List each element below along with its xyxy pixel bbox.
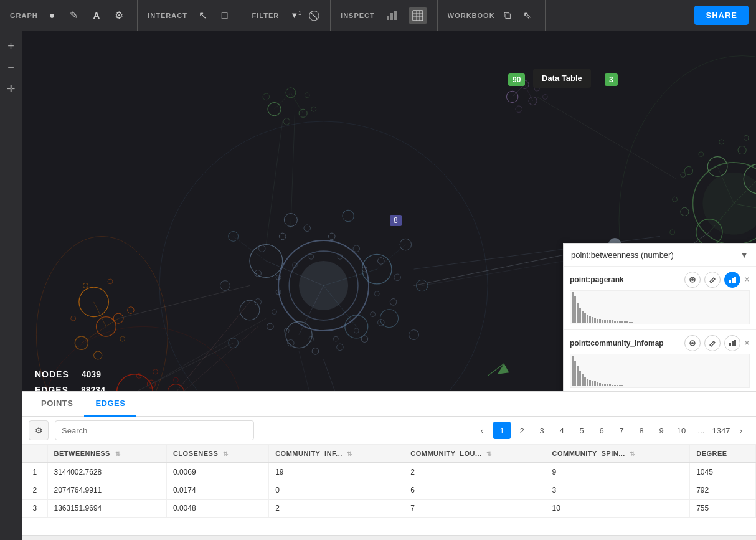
cell-community-lou: 6 xyxy=(404,481,546,500)
funnel-icon: ▼1 xyxy=(290,10,301,20)
tabs-row: POINTS EDGES xyxy=(22,392,756,417)
inspect-label: INSPECT xyxy=(341,12,375,19)
table-search-input[interactable] xyxy=(55,420,254,440)
nodes-label: NODES xyxy=(35,367,69,382)
cell-community-lou: 2 xyxy=(404,463,546,481)
graph-label: GRAPH xyxy=(10,12,38,19)
move-btn[interactable]: ✛ xyxy=(2,80,20,97)
community-title: point:community_infomap xyxy=(570,339,681,348)
pen-icon-btn[interactable]: ✎ xyxy=(66,7,82,24)
row-num: 1 xyxy=(22,463,47,481)
page-btn-8[interactable]: 8 xyxy=(633,422,650,439)
interact-group: INTERACT ↖ □ xyxy=(138,0,242,31)
inspect-group: INSPECT xyxy=(331,0,438,31)
th-community-lou[interactable]: COMMUNITY_LOU... ⇅ xyxy=(404,445,546,463)
main-area: + − ✛ xyxy=(0,31,756,540)
text-icon-btn[interactable]: A xyxy=(89,7,103,23)
eye-icon-btn-2[interactable] xyxy=(684,335,701,351)
zoom-out-btn[interactable]: − xyxy=(2,59,20,76)
left-sidebar: + − ✛ xyxy=(0,31,22,540)
svg-rect-202 xyxy=(734,340,736,346)
bar-chart-btn-2[interactable] xyxy=(724,335,740,351)
betweenness-header-text: BETWEENNESS xyxy=(54,450,110,457)
cursor-icon: ↖ xyxy=(199,9,207,21)
histogram-bar xyxy=(574,296,576,323)
external-link-icon: ⧉ xyxy=(504,10,511,21)
page-btn-4[interactable]: 4 xyxy=(553,422,570,439)
circle-icon-btn[interactable]: ● xyxy=(45,7,59,24)
page-btn-2[interactable]: 2 xyxy=(513,422,531,439)
cell-degree: 755 xyxy=(690,500,756,518)
degree-header-text: DEGREE xyxy=(696,450,727,457)
histogram-bar xyxy=(624,386,626,386)
page-btn-9[interactable]: 9 xyxy=(653,422,670,439)
cell-closeness: 0.0069 xyxy=(166,463,268,481)
inspect-dropdown[interactable]: point:betweenness (number) ▼ xyxy=(564,244,756,267)
histogram-bar xyxy=(597,382,598,386)
zoom-in-btn[interactable]: + xyxy=(2,37,20,55)
inspect-row-community: point:community_infomap × xyxy=(564,330,756,394)
pen-icon-2 xyxy=(709,339,716,347)
filter-badge: 1 xyxy=(298,10,301,16)
badge-3: 3 xyxy=(605,73,618,86)
inspect-row-pagerank: point:pagerank × xyxy=(564,267,756,330)
close-btn-2[interactable]: × xyxy=(744,338,750,349)
svg-point-194 xyxy=(691,278,694,281)
histogram-bar xyxy=(599,383,601,386)
circle-icon: ● xyxy=(49,10,55,21)
settings-icon-btn[interactable]: ⚙ xyxy=(111,7,127,24)
page-btn-3[interactable]: 3 xyxy=(533,422,550,439)
page-btn-1[interactable]: 1 xyxy=(493,422,511,439)
cursor-icon-btn[interactable]: ↖ xyxy=(195,7,210,24)
eye-icon-btn-1[interactable] xyxy=(684,272,701,288)
pagination: ‹ 1 2 3 4 5 6 7 8 9 10 ... 1347 › xyxy=(473,422,750,439)
expand-btn[interactable]: ⇖ xyxy=(519,7,535,24)
histogram-bar xyxy=(612,385,613,386)
bar-chart-icon-btn[interactable] xyxy=(382,7,401,24)
tab-points[interactable]: POINTS xyxy=(30,392,84,417)
bottom-panel: POINTS EDGES ⚙ ‹ 1 2 3 4 5 6 7 8 xyxy=(22,391,756,540)
th-closeness[interactable]: CLOSENESS ⇅ xyxy=(166,445,268,463)
close-btn-1[interactable]: × xyxy=(744,274,750,285)
svg-rect-195 xyxy=(729,280,731,283)
pen-icon: ✎ xyxy=(70,9,78,21)
chevron-down-icon[interactable]: ▼ xyxy=(740,250,749,260)
external-link-btn[interactable]: ⧉ xyxy=(500,7,514,24)
histogram-bar xyxy=(587,379,588,386)
gear-icon-table: ⚙ xyxy=(35,425,43,435)
tab-edges[interactable]: EDGES xyxy=(84,392,136,417)
share-button[interactable]: SHARE xyxy=(694,6,749,25)
histogram-bar xyxy=(602,384,603,386)
th-community-spin[interactable]: COMMUNITY_SPIN... ⇅ xyxy=(546,445,690,463)
filter-icon-btn[interactable]: ▼1 xyxy=(286,7,305,22)
page-btn-last[interactable]: 1347 xyxy=(712,422,730,439)
histogram-bar xyxy=(604,384,606,386)
page-btn-7[interactable]: 7 xyxy=(613,422,630,439)
histogram-bar xyxy=(629,322,631,323)
histogram-bar xyxy=(614,385,616,386)
inspect-row-header-community: point:community_infomap × xyxy=(570,335,750,351)
svg-rect-0 xyxy=(387,16,389,20)
clear-filter-btn[interactable]: ⃠ xyxy=(313,7,320,24)
table-settings-btn[interactable]: ⚙ xyxy=(29,420,49,440)
pen-icon-btn-1[interactable] xyxy=(704,272,721,288)
page-btn-6[interactable]: 6 xyxy=(593,422,610,439)
table-icon-btn[interactable] xyxy=(409,7,427,24)
square-icon-btn[interactable]: □ xyxy=(218,7,232,24)
pen-icon-btn-2[interactable] xyxy=(704,335,721,351)
prev-page-btn[interactable]: ‹ xyxy=(473,422,491,439)
graph-canvas[interactable]: NODES 4039 EDGES 88234 HIDE STANDALONE N… xyxy=(22,31,756,540)
next-page-btn[interactable]: › xyxy=(732,422,750,439)
horizontal-scrollbar[interactable] xyxy=(22,535,756,540)
bar-chart-btn-1[interactable] xyxy=(724,272,740,288)
svg-rect-200 xyxy=(729,343,731,346)
cell-community-inf: 0 xyxy=(269,481,404,500)
histogram-bar xyxy=(621,385,623,386)
th-degree[interactable]: DEGREE xyxy=(690,445,756,463)
page-btn-10[interactable]: 10 xyxy=(673,422,690,439)
th-betweenness[interactable]: BETWEENNESS ⇅ xyxy=(47,445,166,463)
histogram-bar xyxy=(577,303,579,323)
page-btn-5[interactable]: 5 xyxy=(573,422,590,439)
th-community-inf[interactable]: COMMUNITY_INF... ⇅ xyxy=(269,445,404,463)
histogram-bar xyxy=(621,321,623,323)
